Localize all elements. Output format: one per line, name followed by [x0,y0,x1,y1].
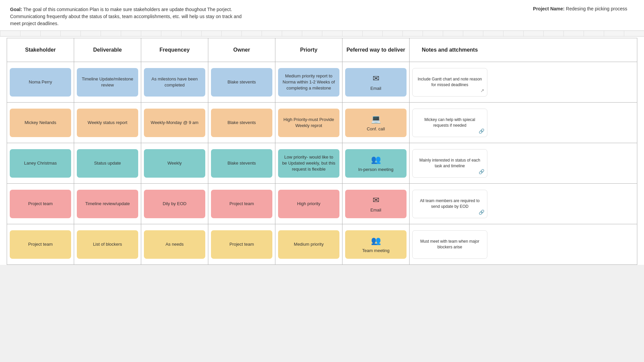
project-name: Project Name: Redesing the picking proce… [533,6,634,27]
cell-deliver-3: ✉ Email [342,184,410,224]
cell-owner-1: Blake stevents [208,103,275,143]
cell-stakeholder-3: Project team [7,184,74,224]
deliverable-card-4: List of blockers [77,230,138,259]
stakeholder-card-3: Project team [10,190,71,218]
cell-priority-4: Medium priority [275,224,342,264]
cell-priority-3: High priority [275,184,342,224]
cell-frequency-2: Weekly [141,143,208,183]
col-notes: Notes and attchments [410,38,490,62]
note-card-4: Must meet with team when major blockers … [412,230,487,259]
deliverable-card-1: Weekly status report [77,109,138,137]
note-card-1: Mickey can help with spiecal requests if… [412,109,487,137]
table-row: Project team Timeline review/update Dily… [7,184,637,224]
cell-deliverable-4: List of blockers [74,224,141,264]
cell-notes-1: Mickey can help with spiecal requests if… [410,103,490,143]
link-icon-3: 🔗 [479,209,484,216]
col-frequency: Frequencey [141,38,208,62]
frequency-card-2: Weekly [144,149,205,178]
cell-deliverable-2: Status update [74,143,141,183]
cell-deliverable-0: Timeline Update/milestone review [74,62,141,102]
frequency-card-1: Weekly-Monday @ 9 am [144,109,205,137]
deliver-icon-4: 👥 [371,235,381,246]
cell-priority-0: Medium priority report to Norma within 1… [275,62,342,102]
deliver-card-3: ✉ Email [345,190,407,218]
cell-deliverable-1: Weekly status report [74,103,141,143]
deliverable-card-3: Timeline review/update [77,190,138,218]
col-priority: Priorty [275,38,342,62]
deliver-label-1: Conf. call [367,126,385,132]
cell-frequency-0: As milestons have been completed [141,62,208,102]
deliverable-card-0: Timeline Update/milestone review [77,68,138,97]
cell-priority-1: High Priority-must Provide Weekly reprot [275,103,342,143]
note-wrapper-2: Mainly interested in status of each task… [412,149,487,178]
col-deliver: Peferred way to deliver [342,38,410,62]
stakeholder-card-1: Mickey Neilands [10,109,71,137]
table-body: Noma Perry Timeline Update/milestone rev… [7,62,637,264]
cell-deliver-0: ✉ Email [342,62,410,102]
col-owner: Owner [208,38,275,62]
grid-ruler [0,31,644,37]
cell-deliver-2: 👥 In-person meeting [342,143,410,183]
table-container: Stakeholder Deliverable Frequencey Owner… [7,38,637,265]
note-wrapper-0: Include Gantt chart and note reason for … [412,68,487,97]
stakeholder-card-4: Project team [10,230,71,259]
owner-card-2: Blake stevents [211,149,272,178]
header-section: Goal: The goal of this communication Pla… [0,0,644,31]
cell-stakeholder-4: Project team [7,224,74,264]
table-row: Laney Christmas Status update Weekly Bla… [7,143,637,184]
table-row: Mickey Neilands Weekly status report Wee… [7,103,637,143]
deliver-label-4: Team meeting [362,248,390,254]
cell-deliverable-3: Timeline review/update [74,184,141,224]
cell-frequency-1: Weekly-Monday @ 9 am [141,103,208,143]
deliver-card-2: 👥 In-person meeting [345,149,407,178]
priority-card-3: High priority [278,190,339,218]
cell-notes-2: Mainly interested in status of each task… [410,143,490,183]
cell-notes-4: Must meet with team when major blockers … [410,224,490,264]
owner-card-3: Project team [211,190,272,218]
cell-stakeholder-1: Mickey Neilands [7,103,74,143]
priority-card-0: Medium priority report to Norma within 1… [278,68,339,97]
cell-owner-0: Blake stevents [208,62,275,102]
goal-text: Goal: The goal of this communication Pla… [10,6,245,27]
cell-stakeholder-2: Laney Christmas [7,143,74,183]
deliver-card-1: 💻 Conf. call [345,109,407,137]
deliver-icon-2: 👥 [371,154,381,165]
deliver-icon-1: 💻 [371,113,381,125]
cell-owner-4: Project team [208,224,275,264]
link-icon-2: 🔗 [479,169,484,175]
cell-deliver-4: 👥 Team meeting [342,224,410,264]
priority-card-2: Low priority- would like to be Updated w… [278,149,339,178]
project-value: Redesing the picking process [565,6,627,11]
stakeholder-card-0: Noma Perry [10,68,71,97]
cell-owner-3: Project team [208,184,275,224]
cell-priority-2: Low priority- would like to be Updated w… [275,143,342,183]
goal-label: Goal: [10,7,22,12]
cell-deliver-1: 💻 Conf. call [342,103,410,143]
frequency-card-3: Dily by EOD [144,190,205,218]
cell-notes-3: All team members are required to send up… [410,184,490,224]
note-wrapper-4: Must meet with team when major blockers … [412,230,487,259]
note-wrapper-1: Mickey can help with spiecal requests if… [412,109,487,137]
priority-card-1: High Priority-must Provide Weekly reprot [278,109,339,137]
deliver-label-3: Email [370,207,381,213]
cell-frequency-4: As needs [141,224,208,264]
deliver-label-2: In-person meeting [358,167,393,173]
cell-owner-2: Blake stevents [208,143,275,183]
priority-card-4: Medium priority [278,230,339,259]
note-card-2: Mainly interested in status of each task… [412,149,487,178]
table-row: Project team List of blockers As needs P… [7,224,637,264]
note-card-0: Include Gantt chart and note reason for … [412,68,487,97]
cursor-icon-0: ↗ [480,87,484,94]
link-icon-1: 🔗 [479,128,484,135]
col-stakeholder: Stakeholder [7,38,74,62]
deliver-card-4: 👥 Team meeting [345,230,407,259]
goal-content: The goal of this communication Plan is t… [10,7,241,26]
table-row: Noma Perry Timeline Update/milestone rev… [7,62,637,103]
cell-notes-0: Include Gantt chart and note reason for … [410,62,490,102]
table-header: Stakeholder Deliverable Frequencey Owner… [7,38,637,62]
deliverable-card-2: Status update [77,149,138,178]
page-wrapper: Goal: The goal of this communication Pla… [0,0,644,265]
frequency-card-0: As milestons have been completed [144,68,205,97]
note-wrapper-3: All team members are required to send up… [412,190,487,218]
owner-card-4: Project team [211,230,272,259]
